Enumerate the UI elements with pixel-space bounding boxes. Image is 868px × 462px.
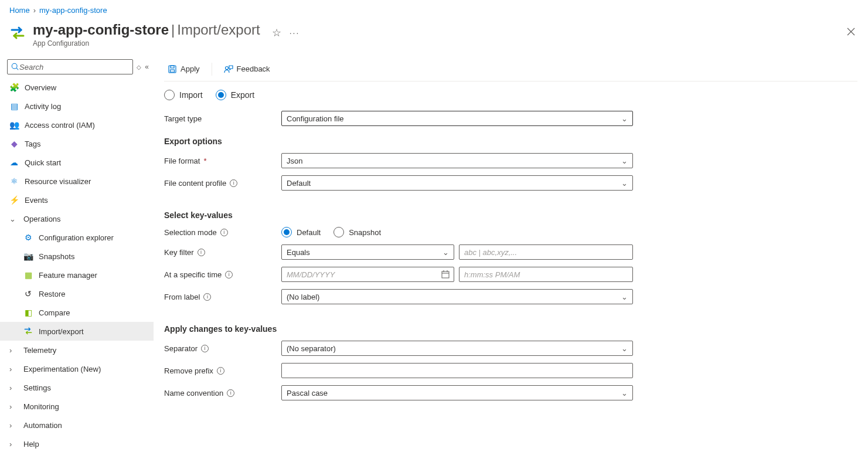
sidebar-item-label: Operations: [23, 215, 61, 223]
select-file-format-value: Json: [287, 157, 302, 165]
sidebar-item-feature-manager[interactable]: ▦Feature manager: [0, 266, 154, 284]
sidebar-item-activity-log[interactable]: ▤Activity log: [0, 97, 154, 116]
radio-import[interactable]: Import: [164, 90, 203, 100]
access-control-icon: 👥: [9, 120, 19, 130]
apply-label: Apply: [181, 64, 200, 73]
sidebar-item-label: Experimentation (New): [23, 365, 101, 373]
radio-export[interactable]: Export: [216, 90, 254, 100]
sidebar-item-config-explorer[interactable]: ⚙Configuration explorer: [0, 228, 154, 247]
sidebar-item-events[interactable]: ⚡Events: [0, 191, 154, 209]
close-button[interactable]: [843, 24, 859, 39]
label-file-content-profile: File content profilei: [164, 179, 281, 188]
label-target-type: Target type: [164, 114, 281, 123]
sidebar-item-quick-start[interactable]: ☁Quick start: [0, 153, 154, 172]
sidebar-item-label: Tags: [25, 140, 40, 148]
search-input[interactable]: [7, 59, 133, 74]
chevron-down-icon: ⌄: [9, 215, 18, 223]
search-icon: [11, 63, 19, 71]
label-from-label: From labeli: [164, 293, 281, 301]
input-remove-prefix[interactable]: [281, 363, 633, 378]
sidebar-group-automation[interactable]: ›Automation: [0, 416, 154, 434]
breadcrumb-resource[interactable]: my-app-config-store: [39, 6, 107, 15]
feedback-label: Feedback: [237, 64, 270, 73]
sidebar-group-settings[interactable]: ›Settings: [0, 378, 154, 397]
sidebar-item-snapshots[interactable]: 📷Snapshots: [0, 247, 154, 266]
activity-log-icon: ▤: [9, 101, 19, 111]
apply-button[interactable]: Apply: [164, 62, 203, 76]
radio-selection-snapshot[interactable]: Snapshot: [333, 227, 381, 237]
sidebar-item-label: Help: [23, 440, 39, 449]
info-icon[interactable]: i: [230, 179, 237, 187]
breadcrumb-home[interactable]: Home: [9, 6, 30, 15]
sidebar-item-restore[interactable]: ↺Restore: [0, 284, 154, 303]
title-divider: |: [171, 22, 175, 38]
save-icon: [168, 64, 177, 74]
resource-visualizer-icon: ⚛: [9, 176, 19, 186]
sidebar-group-operations[interactable]: ⌄Operations: [0, 209, 154, 228]
select-from-label[interactable]: (No label) ⌄: [281, 289, 633, 304]
input-key-filter-value[interactable]: [459, 244, 633, 260]
calendar-icon[interactable]: [441, 270, 450, 279]
select-target-type-value: Configuration file: [287, 114, 344, 123]
sidebar-item-label: Settings: [23, 383, 51, 392]
select-name-convention[interactable]: Pascal case ⌄: [281, 385, 633, 400]
sidebar-item-compare[interactable]: ◧Compare: [0, 303, 154, 322]
sidebar-group-monitoring[interactable]: ›Monitoring: [0, 397, 154, 416]
sidebar-item-label: Feature manager: [39, 271, 97, 280]
feature-manager-icon: ▦: [23, 270, 33, 280]
info-icon[interactable]: i: [203, 293, 211, 301]
input-time[interactable]: [459, 267, 633, 282]
sidebar-item-label: Automation: [23, 421, 62, 430]
chevron-down-icon: ⌄: [621, 389, 628, 398]
select-separator[interactable]: (No separator) ⌄: [281, 341, 633, 356]
chevron-right-icon: ›: [9, 383, 18, 392]
select-target-type[interactable]: Configuration file ⌄: [281, 111, 633, 126]
sidebar-group-experimentation[interactable]: ›Experimentation (New): [0, 359, 154, 378]
select-from-label-value: (No label): [287, 293, 319, 301]
sidebar-item-label: Resource visualizer: [25, 177, 91, 186]
radio-export-label: Export: [231, 90, 254, 100]
svg-rect-3: [171, 70, 175, 72]
app-config-icon: [9, 25, 26, 42]
sidebar-item-access-control[interactable]: 👥Access control (IAM): [0, 116, 154, 134]
info-icon[interactable]: i: [220, 229, 228, 236]
label-key-filter: Key filteri: [164, 248, 281, 257]
sidebar-item-overview[interactable]: 🧩Overview: [0, 78, 154, 97]
input-date[interactable]: [281, 267, 454, 282]
chevron-right-icon: ›: [9, 440, 18, 449]
label-at-time: At a specific timei: [164, 270, 281, 279]
favorite-star-icon[interactable]: ☆: [272, 26, 281, 39]
sidebar-item-label: Snapshots: [39, 252, 74, 261]
feedback-button[interactable]: Feedback: [220, 62, 274, 76]
select-key-filter-operator[interactable]: Equals ⌄: [281, 244, 454, 260]
chevron-right-icon: ›: [9, 365, 18, 373]
sidebar-item-tags[interactable]: ◆Tags: [0, 134, 154, 153]
select-file-content-profile-value: Default: [287, 179, 311, 188]
svg-rect-2: [171, 66, 174, 68]
more-actions-icon[interactable]: ···: [290, 28, 300, 38]
sidebar-group-telemetry[interactable]: ›Telemetry: [0, 341, 154, 359]
collapse-sidebar-icon[interactable]: «: [145, 63, 149, 71]
sidebar-item-label: Restore: [39, 290, 66, 298]
info-icon[interactable]: i: [227, 389, 234, 397]
expand-collapse-icon[interactable]: ◇: [137, 64, 141, 70]
info-icon[interactable]: i: [217, 367, 224, 375]
sidebar-group-help[interactable]: ›Help: [0, 434, 154, 453]
label-remove-prefix: Remove prefixi: [164, 366, 281, 375]
info-icon[interactable]: i: [201, 345, 209, 352]
sidebar-item-import-export[interactable]: Import/export: [0, 322, 154, 341]
select-file-format[interactable]: Json ⌄: [281, 153, 633, 168]
info-icon[interactable]: i: [198, 249, 205, 256]
sidebar-item-label: Telemetry: [23, 346, 56, 355]
page-header: my-app-config-store | Import/export App …: [0, 18, 868, 57]
radio-import-label: Import: [179, 90, 203, 100]
sidebar: ◇ « 🧩Overview ▤Activity log 👥Access cont…: [0, 57, 154, 462]
select-file-content-profile[interactable]: Default ⌄: [281, 175, 633, 191]
chevron-down-icon: ⌄: [621, 114, 628, 123]
sidebar-item-resource-visualizer[interactable]: ⚛Resource visualizer: [0, 172, 154, 191]
toolbar-separator: [212, 63, 212, 76]
tags-icon: ◆: [9, 139, 19, 148]
radio-selection-default[interactable]: Default: [281, 227, 321, 237]
label-selection-mode: Selection modei: [164, 228, 281, 237]
info-icon[interactable]: i: [225, 271, 233, 278]
